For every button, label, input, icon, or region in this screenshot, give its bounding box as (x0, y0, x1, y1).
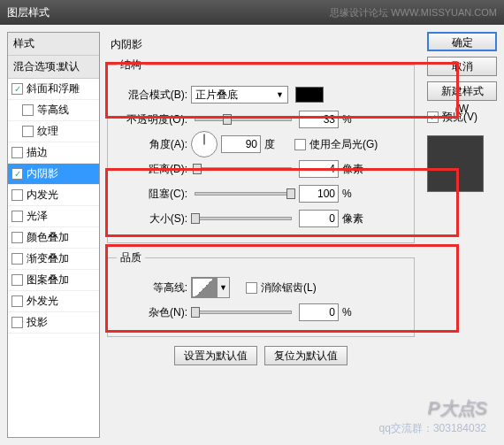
style-label: 纹理 (37, 124, 58, 139)
distance-slider[interactable] (195, 167, 292, 171)
angle-row: 角度(A): 90 度 使用全局光(G) (117, 134, 405, 154)
style-checkbox[interactable] (11, 274, 23, 286)
action-panel: 确定 取消 新建样式(W 预览(V) (422, 32, 497, 438)
style-checkbox[interactable] (22, 104, 34, 116)
style-checkbox[interactable] (11, 317, 23, 328)
antialias-checkbox[interactable] (246, 282, 257, 294)
reset-default-button[interactable]: 复位为默认值 (264, 346, 347, 365)
size-slider[interactable] (195, 217, 292, 220)
ok-button[interactable]: 确定 (427, 32, 497, 51)
style-checkbox[interactable] (11, 295, 23, 307)
contour-picker[interactable]: ▼ (191, 277, 230, 298)
style-item-5[interactable]: 内发光 (8, 185, 99, 206)
style-item-10[interactable]: 外发光 (8, 291, 99, 312)
quality-group: 品质 等高线: ▼ 消除锯齿(L) 杂色(N): 0 % (107, 250, 415, 337)
opacity-row: 不透明度(O): 33 % (117, 110, 405, 129)
choke-slider[interactable] (195, 192, 292, 196)
opacity-slider[interactable] (195, 118, 292, 121)
unit-deg: 度 (264, 137, 291, 152)
style-checkbox[interactable] (11, 147, 23, 158)
quality-legend: 品质 (117, 250, 145, 265)
styles-panel: 样式 混合选项:默认 斜面和浮雕等高线纹理描边内阴影内发光光泽颜色叠加渐变叠加图… (7, 32, 100, 438)
slider-thumb[interactable] (191, 213, 200, 224)
settings-panel: 内阴影 结构 混合模式(B): 正片叠底 ▼ 不透明度(O): 33 % 角度(… (100, 32, 422, 438)
style-item-1[interactable]: 等高线 (8, 100, 99, 121)
opacity-label: 不透明度(O): (117, 112, 187, 127)
noise-slider[interactable] (195, 311, 292, 314)
unit-px: 像素 (342, 211, 369, 226)
contour-swatch-icon (192, 278, 217, 297)
style-label: 内发光 (27, 188, 58, 203)
style-item-8[interactable]: 渐变叠加 (8, 249, 99, 270)
color-swatch[interactable] (295, 87, 324, 103)
slider-thumb[interactable] (223, 114, 232, 125)
style-item-4[interactable]: 内阴影 (8, 164, 99, 185)
unit-percent: % (342, 188, 369, 200)
style-label: 投影 (27, 315, 48, 330)
angle-label: 角度(A): (117, 137, 187, 152)
opacity-input[interactable]: 33 (299, 111, 339, 128)
style-item-9[interactable]: 图案叠加 (8, 270, 99, 291)
style-item-11[interactable]: 投影 (8, 312, 99, 334)
style-checkbox[interactable] (11, 211, 23, 222)
angle-input[interactable]: 90 (221, 135, 261, 153)
style-item-3[interactable]: 描边 (8, 142, 99, 164)
style-checkbox[interactable] (11, 83, 23, 95)
style-label: 斜面和浮雕 (27, 81, 80, 96)
style-checkbox[interactable] (11, 232, 23, 243)
preview-label: 预览(V) (442, 110, 477, 125)
title-bar: 图层样式 思缘设计论坛 WWW.MISSYUAN.COM (0, 0, 504, 25)
contour-label: 等高线: (117, 280, 187, 295)
unit-percent: % (342, 306, 369, 318)
angle-dial[interactable] (191, 131, 218, 157)
cancel-button[interactable]: 取消 (427, 57, 497, 76)
choke-row: 阻塞(C): 100 % (117, 184, 405, 203)
style-label: 描边 (27, 145, 48, 160)
style-item-2[interactable]: 纹理 (8, 121, 99, 142)
watermark-qq: qq交流群：303184032 (379, 421, 486, 436)
distance-label: 距离(D): (117, 162, 187, 177)
choke-label: 阻塞(C): (117, 187, 187, 202)
choke-input[interactable]: 100 (299, 185, 339, 203)
size-input[interactable]: 0 (299, 210, 339, 227)
style-label: 光泽 (27, 209, 48, 224)
noise-input[interactable]: 0 (299, 303, 339, 321)
blend-mode-row: 混合模式(B): 正片叠底 ▼ (117, 85, 405, 104)
style-item-0[interactable]: 斜面和浮雕 (8, 79, 99, 100)
default-buttons: 设置为默认值 复位为默认值 (107, 346, 415, 365)
chevron-down-icon[interactable]: ▼ (217, 278, 229, 297)
style-list: 斜面和浮雕等高线纹理描边内阴影内发光光泽颜色叠加渐变叠加图案叠加外发光投影 (8, 79, 99, 334)
style-checkbox[interactable] (11, 168, 23, 180)
make-default-button[interactable]: 设置为默认值 (174, 346, 257, 365)
style-item-6[interactable]: 光泽 (8, 206, 99, 227)
slider-thumb[interactable] (193, 164, 202, 174)
watermark-top: 思缘设计论坛 WWW.MISSYUAN.COM (330, 0, 497, 25)
chevron-down-icon: ▼ (276, 90, 284, 99)
blend-default[interactable]: 混合选项:默认 (8, 56, 99, 79)
styles-header: 样式 (8, 33, 99, 56)
slider-thumb[interactable] (286, 188, 295, 199)
style-label: 等高线 (37, 103, 69, 118)
size-row: 大小(S): 0 像素 (117, 209, 405, 228)
noise-row: 杂色(N): 0 % (117, 303, 405, 322)
size-label: 大小(S): (117, 211, 187, 226)
antialias-label: 消除锯齿(L) (261, 280, 317, 295)
blend-mode-dropdown[interactable]: 正片叠底 ▼ (191, 86, 288, 104)
new-style-button[interactable]: 新建样式(W (427, 81, 497, 101)
blend-mode-label: 混合模式(B): (117, 88, 187, 103)
style-item-7[interactable]: 颜色叠加 (8, 227, 99, 249)
global-light-checkbox[interactable] (294, 139, 306, 150)
style-checkbox[interactable] (11, 189, 23, 201)
style-label: 渐变叠加 (27, 251, 69, 266)
slider-thumb[interactable] (191, 307, 200, 318)
structure-group: 结构 混合模式(B): 正片叠底 ▼ 不透明度(O): 33 % 角度(A): … (107, 58, 415, 243)
distance-input[interactable]: 4 (299, 160, 339, 178)
style-label: 内阴影 (27, 166, 58, 181)
style-label: 外发光 (27, 294, 58, 309)
preview-checkbox[interactable] (427, 111, 439, 123)
style-checkbox[interactable] (22, 126, 34, 137)
dialog-title: 图层样式 (7, 0, 50, 25)
preview-row: 预览(V) (427, 110, 497, 125)
style-label: 颜色叠加 (27, 230, 69, 245)
style-checkbox[interactable] (11, 253, 23, 265)
